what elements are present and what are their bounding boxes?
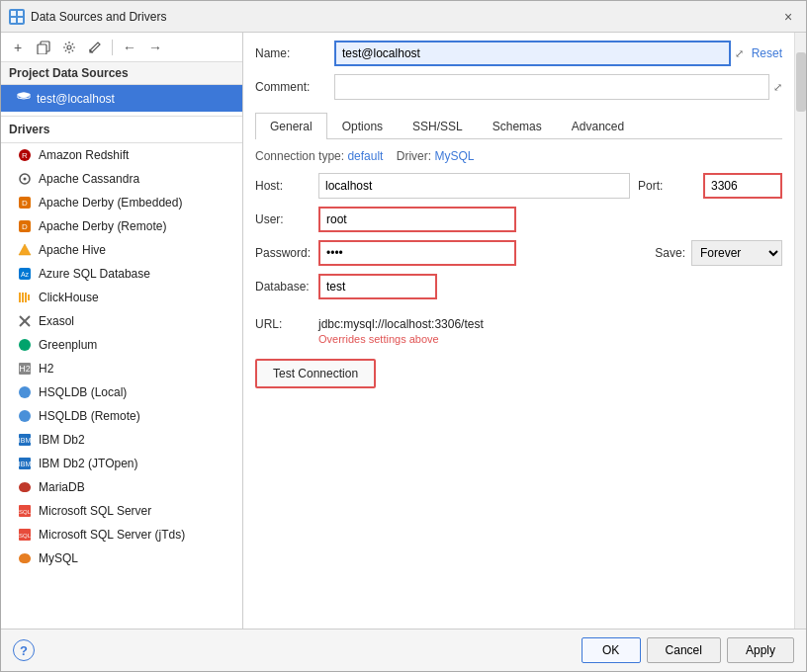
save-select[interactable]: Forever Until restart Never (691, 240, 782, 266)
driver-item-greenplum[interactable]: Greenplum (1, 333, 242, 357)
toolbar-separator (112, 40, 113, 55)
password-row: Password: Save: Forever Until restart Ne… (255, 240, 782, 266)
driver-value[interactable]: MySQL (434, 149, 474, 163)
svg-rect-0 (11, 11, 16, 16)
user-save-row: User: (255, 207, 782, 232)
driver-item-apache-derby-remote[interactable]: D Apache Derby (Remote) (1, 214, 242, 238)
comment-input[interactable] (334, 74, 769, 100)
driver-item-azure-sql[interactable]: Az Azure SQL Database (1, 262, 242, 286)
svg-rect-19 (22, 293, 24, 302)
scroll-thumb (796, 52, 806, 112)
test-connection-button[interactable]: Test Connection (255, 359, 376, 388)
amazon-redshift-icon: R (17, 147, 33, 163)
h2-icon: H2 (17, 361, 33, 377)
user-group: User: (255, 207, 782, 232)
title-bar: Data Sources and Drivers × (1, 1, 806, 33)
right-scrollbar[interactable] (794, 33, 806, 629)
driver-label-mssql: Microsoft SQL Server (39, 504, 151, 518)
dialog-title: Data Sources and Drivers (31, 10, 166, 24)
driver-item-apache-hive[interactable]: Apache Hive (1, 238, 242, 262)
mssql-jtds-icon: SQL (17, 527, 33, 543)
project-item-localhost[interactable]: test@localhost (1, 85, 242, 112)
copy-button[interactable] (33, 37, 54, 58)
driver-label-mssql-jtds: Microsoft SQL Server (jTds) (39, 528, 185, 542)
help-button[interactable]: ? (13, 639, 35, 661)
host-port-row: Host: Port: (255, 173, 782, 199)
svg-text:D: D (22, 222, 28, 231)
host-input[interactable] (318, 173, 630, 199)
svg-rect-5 (38, 44, 46, 54)
add-button[interactable]: + (7, 37, 29, 58)
driver-item-apache-derby-embedded[interactable]: D Apache Derby (Embedded) (1, 191, 242, 214)
svg-marker-15 (19, 244, 31, 255)
cancel-button[interactable]: Cancel (647, 637, 721, 663)
conn-type-value[interactable]: default (347, 149, 383, 163)
comment-expand-icon[interactable]: ⤢ (773, 81, 782, 94)
conn-type-label: Connection type: (255, 149, 344, 163)
main-content: + (1, 33, 806, 629)
driver-item-mssql[interactable]: SQL Microsoft SQL Server (1, 499, 242, 523)
tab-advanced[interactable]: Advanced (557, 113, 639, 139)
driver-label-mysql: MySQL (39, 551, 78, 565)
driver-label-apache-derby-remote: Apache Derby (Remote) (39, 219, 166, 233)
apache-cassandra-icon (17, 171, 33, 187)
driver-item-mssql-jtds[interactable]: SQL Microsoft SQL Server (jTds) (1, 523, 242, 546)
svg-text:R: R (22, 151, 28, 160)
driver-label-apache-hive: Apache Hive (39, 243, 106, 257)
reset-link[interactable]: Reset (752, 46, 782, 60)
tab-ssh-ssl[interactable]: SSH/SSL (398, 113, 478, 139)
driver-item-mysql[interactable]: MySQL (1, 546, 242, 570)
close-button[interactable]: × (778, 7, 798, 27)
title-bar-left: Data Sources and Drivers (9, 9, 166, 25)
driver-item-apache-cassandra[interactable]: Apache Cassandra (1, 167, 242, 191)
port-input[interactable] (703, 173, 782, 199)
apply-button[interactable]: Apply (727, 637, 794, 663)
database-input[interactable] (318, 274, 437, 299)
driver-item-ibm-db2-jtopen[interactable]: IBM IBM Db2 (JTOpen) (1, 452, 242, 475)
url-value: jdbc:mysql://localhost:3306/test (318, 317, 484, 331)
driver-item-hsqldb-local[interactable]: HSQLDB (Local) (1, 380, 242, 404)
driver-label-clickhouse: ClickHouse (39, 291, 99, 304)
svg-point-27 (19, 386, 31, 398)
svg-point-28 (19, 410, 31, 422)
driver-item-clickhouse[interactable]: ClickHouse (1, 286, 242, 309)
svg-rect-3 (18, 18, 23, 23)
forward-button[interactable]: → (144, 37, 166, 58)
svg-text:H2: H2 (19, 364, 31, 374)
svg-text:IBM: IBM (19, 461, 32, 467)
user-label: User: (255, 212, 314, 226)
back-button[interactable]: ← (119, 37, 140, 58)
comment-label: Comment: (255, 80, 334, 94)
driver-label-apache-derby-embedded: Apache Derby (Embedded) (39, 196, 182, 210)
svg-rect-20 (25, 293, 27, 302)
tab-schemas[interactable]: Schemas (478, 113, 557, 139)
tab-general[interactable]: General (255, 113, 327, 139)
expand-icon[interactable]: ⤢ (735, 47, 744, 60)
name-input[interactable] (334, 41, 731, 66)
password-label: Password: (255, 246, 314, 260)
edit-button[interactable] (84, 37, 106, 58)
driver-item-h2[interactable]: H2 H2 (1, 357, 242, 380)
driver-item-ibm-db2[interactable]: IBM IBM Db2 (1, 428, 242, 452)
database-label: Database: (255, 280, 314, 294)
svg-text:Az: Az (21, 271, 30, 278)
host-label: Host: (255, 179, 314, 193)
driver-item-mariadb[interactable]: MariaDB (1, 475, 242, 499)
password-input[interactable] (318, 240, 516, 266)
app-icon (9, 9, 25, 25)
project-db-icon (17, 90, 31, 107)
url-label: URL: (255, 317, 314, 331)
user-input[interactable] (318, 207, 516, 232)
settings-button[interactable] (58, 37, 80, 58)
tab-options[interactable]: Options (327, 113, 398, 139)
driver-item-hsqldb-remote[interactable]: HSQLDB (Remote) (1, 404, 242, 428)
driver-item-amazon-redshift[interactable]: R Amazon Redshift (1, 143, 242, 167)
svg-rect-1 (18, 11, 23, 16)
bottom-bar: ? OK Cancel Apply (1, 629, 806, 671)
driver-item-exasol[interactable]: Exasol (1, 309, 242, 333)
driver-label-hsqldb-local: HSQLDB (Local) (39, 385, 127, 399)
greenplum-icon (17, 337, 33, 353)
driver-label-azure-sql: Azure SQL Database (39, 267, 150, 281)
driver-label-exasol: Exasol (39, 314, 74, 328)
ok-button[interactable]: OK (582, 637, 641, 663)
